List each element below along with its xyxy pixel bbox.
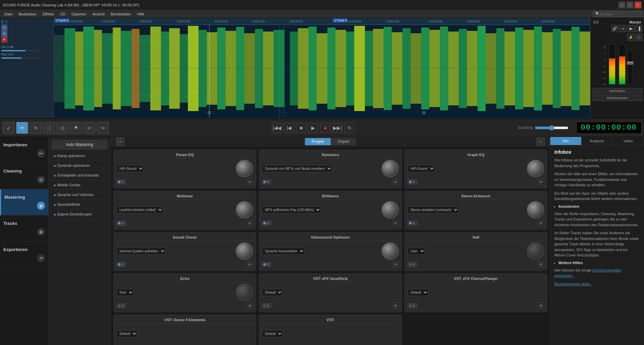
vocalstrip-toggle[interactable] xyxy=(262,303,271,308)
chorus-toggle[interactable] xyxy=(408,303,417,308)
cut-button[interactable]: ✂ xyxy=(16,122,28,134)
close-button[interactable]: ✕ xyxy=(635,2,641,8)
sound-cloner-select[interactable]: Internet-Quellen aufhellen xyxy=(117,248,166,255)
echo-knob[interactable] xyxy=(236,284,253,301)
search-input[interactable] xyxy=(600,12,640,16)
ozone-select[interactable]: Default xyxy=(117,330,137,337)
collapse-button[interactable]: ↙ xyxy=(3,122,15,134)
menu-hilfe[interactable]: Hilfe xyxy=(134,11,147,17)
graph-eq-settings[interactable]: ⚙ xyxy=(538,179,544,185)
dynamics-toggle[interactable] xyxy=(262,180,271,184)
search-box[interactable]: 🔍 xyxy=(593,11,643,17)
videosound-settings[interactable]: ⚙ xyxy=(392,261,399,268)
stop-button[interactable]: ■ xyxy=(296,122,307,133)
graph-eq-toggle[interactable] xyxy=(408,180,417,184)
master-fader[interactable] xyxy=(628,51,632,85)
auto-mastering-header[interactable]: Auto Mastering xyxy=(51,140,108,150)
copy-button[interactable]: □ xyxy=(43,122,55,134)
maximize-button[interactable]: □ xyxy=(627,2,633,8)
go-start-button[interactable]: |◀◀ xyxy=(272,122,282,133)
delete-button[interactable]: ✕ xyxy=(30,122,42,134)
sidebar-item-exportieren[interactable]: Exportieren ↗ xyxy=(0,242,48,268)
prev-page-button[interactable]: « xyxy=(116,138,124,146)
brilliance-knob[interactable] xyxy=(381,201,399,218)
undo-button[interactable]: ↩ xyxy=(83,122,95,134)
preset-eigen[interactable]: Eigene Einstellungen xyxy=(49,209,110,219)
videosound-knob[interactable] xyxy=(381,242,399,260)
nachziehen-button[interactable]: Nachziehen xyxy=(592,88,643,94)
sidebar-item-tracks[interactable]: Tracks ⊕ xyxy=(0,215,48,242)
waveform-main[interactable]: 1:Track 2 2:Track 4 0:00:00:00 0:00:00:3… xyxy=(54,18,590,118)
brilliance-select[interactable]: MP3 auffrischen Pop (128 kBit/s) xyxy=(262,206,321,213)
param-eq-knob[interactable] xyxy=(236,160,253,177)
stereo-enhancer-knob[interactable] xyxy=(527,201,544,218)
record-transport-button[interactable]: ● xyxy=(320,122,331,133)
graph-eq-knob[interactable] xyxy=(527,160,544,177)
go-end-button[interactable]: ▶▶| xyxy=(332,122,343,133)
dynamics-knob[interactable] xyxy=(381,160,399,177)
multimax-toggle[interactable] xyxy=(117,221,126,226)
stereo-enhancer-select[interactable]: Stereo erweitern (schwach) xyxy=(408,206,459,213)
info-tab-info[interactable]: Info xyxy=(550,137,582,145)
time-button[interactable]: ◷ xyxy=(56,122,68,134)
sound-cloner-toggle[interactable] xyxy=(117,262,126,267)
echo-select[interactable]: Kein xyxy=(117,289,134,296)
preset-spezial[interactable]: Spezialeffekte xyxy=(49,200,110,209)
param-eq-settings[interactable]: ⚙ xyxy=(246,179,253,185)
menu-datei[interactable]: Datei xyxy=(1,11,15,17)
preset-klang[interactable]: Klang optimieren xyxy=(49,151,110,161)
plug-icon[interactable]: ⬡ xyxy=(635,34,643,41)
solo-button[interactable]: S xyxy=(1,24,7,31)
videosound-toggle[interactable] xyxy=(262,262,271,267)
scrubbing-slider[interactable] xyxy=(535,125,568,131)
chorus-select[interactable]: Default xyxy=(408,289,428,296)
echo-settings[interactable]: ⚙ xyxy=(246,302,253,309)
waveform-display[interactable]: ⚙ ⚙ xyxy=(54,25,590,118)
preset-dynamik[interactable]: Dynamik optimieren xyxy=(49,161,110,170)
stereo-enhancer-settings[interactable]: ⚙ xyxy=(538,220,544,227)
sidebar-item-importieren[interactable]: Importieren ↩ xyxy=(0,137,48,163)
preset-schallplatte[interactable]: Schallplatte und Kassette xyxy=(49,170,110,180)
stereo-enhancer-toggle[interactable] xyxy=(408,221,417,226)
fader-thumb[interactable] xyxy=(627,61,634,65)
preset-sprache[interactable]: Sprache und Videoten xyxy=(49,190,110,200)
wave-icon[interactable]: ∿ xyxy=(619,25,627,32)
play-button[interactable]: ▶ xyxy=(308,122,319,133)
link-icon[interactable]: 🔗 xyxy=(611,25,618,32)
param-eq-toggle[interactable] xyxy=(117,180,126,184)
bereichsmodus-button[interactable]: Bereichsmodus xyxy=(592,95,643,101)
vocalstrip-select[interactable]: Default xyxy=(262,289,283,296)
dynamics-select[interactable]: Dynamik von MP3s und Musik erweitern xyxy=(262,165,332,172)
hall-toggle[interactable] xyxy=(408,262,417,267)
multimax-knob[interactable] xyxy=(236,201,253,218)
multimax-select[interactable]: Lautheit erhöhen (mittel) xyxy=(117,206,163,213)
flag-button[interactable]: ⚑ xyxy=(70,122,82,134)
brilliance-settings[interactable]: ⚙ xyxy=(392,220,399,227)
mute-button[interactable]: M xyxy=(1,31,7,37)
minimize-button[interactable]: — xyxy=(618,2,625,8)
brilliance-toggle[interactable] xyxy=(262,221,271,226)
info-tab-video[interactable]: Video xyxy=(613,137,644,145)
echo-toggle[interactable] xyxy=(117,303,126,308)
graph-eq-select[interactable]: HiFi-Sound xyxy=(408,165,435,172)
menu-effekte[interactable]: Effekte xyxy=(40,11,57,17)
menu-bereitstellen[interactable]: Bereitstellen xyxy=(108,11,134,17)
redo-button[interactable]: ↪ xyxy=(97,122,109,134)
menu-optionen[interactable]: Optionen xyxy=(69,11,89,17)
videosound-select[interactable]: Sprache hervorheben xyxy=(262,248,305,255)
arrow-right-icon[interactable]: ▶ xyxy=(627,25,635,32)
dynamics-settings[interactable]: ⚙ xyxy=(392,179,399,185)
next-page-button[interactable]: » xyxy=(537,138,545,146)
vocalstrip-settings[interactable]: ⚙ xyxy=(392,302,399,309)
preset-mobile[interactable]: Mobile Geräte xyxy=(49,180,110,190)
window-controls[interactable]: — □ ✕ xyxy=(618,2,641,8)
filter-icon[interactable]: ⚡ xyxy=(627,34,635,41)
hall-select[interactable]: User xyxy=(408,248,425,255)
sound-cloner-knob[interactable] xyxy=(236,242,253,260)
projekt-tab[interactable]: Projekt xyxy=(305,138,331,145)
example-projects-link[interactable]: Beispielprojekte laden. xyxy=(554,282,592,286)
info-tab-analyzer[interactable]: Analyzer xyxy=(582,137,613,145)
multimax-settings[interactable]: ⚙ xyxy=(246,220,253,227)
menu-bearbeiten[interactable]: Bearbeiten xyxy=(16,11,39,17)
bars-icon[interactable]: ▐ xyxy=(635,25,643,32)
